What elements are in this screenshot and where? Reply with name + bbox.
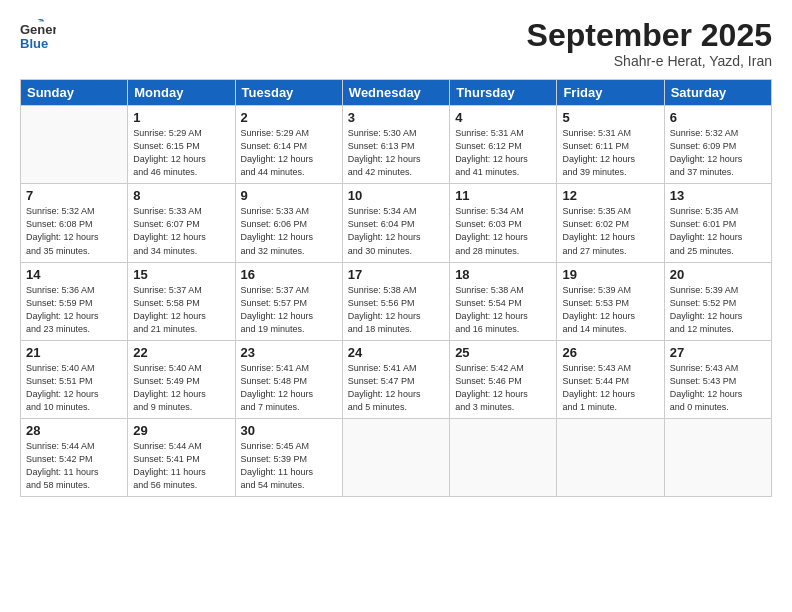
table-row: 12Sunrise: 5:35 AM Sunset: 6:02 PM Dayli… <box>557 184 664 262</box>
table-row: 6Sunrise: 5:32 AM Sunset: 6:09 PM Daylig… <box>664 106 771 184</box>
table-row: 7Sunrise: 5:32 AM Sunset: 6:08 PM Daylig… <box>21 184 128 262</box>
title-area: September 2025 Shahr-e Herat, Yazd, Iran <box>527 18 772 69</box>
day-number: 14 <box>26 267 122 282</box>
table-row: 25Sunrise: 5:42 AM Sunset: 5:46 PM Dayli… <box>450 340 557 418</box>
calendar-table: Sunday Monday Tuesday Wednesday Thursday… <box>20 79 772 497</box>
table-row: 26Sunrise: 5:43 AM Sunset: 5:44 PM Dayli… <box>557 340 664 418</box>
day-number: 12 <box>562 188 658 203</box>
day-info: Sunrise: 5:32 AM Sunset: 6:09 PM Dayligh… <box>670 127 766 179</box>
header-tuesday: Tuesday <box>235 80 342 106</box>
day-number: 4 <box>455 110 551 125</box>
table-row <box>664 418 771 496</box>
day-info: Sunrise: 5:40 AM Sunset: 5:51 PM Dayligh… <box>26 362 122 414</box>
day-number: 29 <box>133 423 229 438</box>
svg-text:Blue: Blue <box>20 36 48 51</box>
day-number: 23 <box>241 345 337 360</box>
day-number: 10 <box>348 188 444 203</box>
day-info: Sunrise: 5:34 AM Sunset: 6:04 PM Dayligh… <box>348 205 444 257</box>
day-info: Sunrise: 5:41 AM Sunset: 5:48 PM Dayligh… <box>241 362 337 414</box>
table-row: 30Sunrise: 5:45 AM Sunset: 5:39 PM Dayli… <box>235 418 342 496</box>
day-info: Sunrise: 5:44 AM Sunset: 5:42 PM Dayligh… <box>26 440 122 492</box>
calendar-week-row: 7Sunrise: 5:32 AM Sunset: 6:08 PM Daylig… <box>21 184 772 262</box>
table-row: 27Sunrise: 5:43 AM Sunset: 5:43 PM Dayli… <box>664 340 771 418</box>
location: Shahr-e Herat, Yazd, Iran <box>527 53 772 69</box>
month-title: September 2025 <box>527 18 772 53</box>
header-friday: Friday <box>557 80 664 106</box>
day-info: Sunrise: 5:45 AM Sunset: 5:39 PM Dayligh… <box>241 440 337 492</box>
day-info: Sunrise: 5:30 AM Sunset: 6:13 PM Dayligh… <box>348 127 444 179</box>
table-row: 24Sunrise: 5:41 AM Sunset: 5:47 PM Dayli… <box>342 340 449 418</box>
day-number: 27 <box>670 345 766 360</box>
day-info: Sunrise: 5:44 AM Sunset: 5:41 PM Dayligh… <box>133 440 229 492</box>
table-row: 3Sunrise: 5:30 AM Sunset: 6:13 PM Daylig… <box>342 106 449 184</box>
day-number: 18 <box>455 267 551 282</box>
day-info: Sunrise: 5:35 AM Sunset: 6:02 PM Dayligh… <box>562 205 658 257</box>
table-row: 2Sunrise: 5:29 AM Sunset: 6:14 PM Daylig… <box>235 106 342 184</box>
day-info: Sunrise: 5:38 AM Sunset: 5:56 PM Dayligh… <box>348 284 444 336</box>
day-info: Sunrise: 5:34 AM Sunset: 6:03 PM Dayligh… <box>455 205 551 257</box>
day-number: 22 <box>133 345 229 360</box>
day-number: 26 <box>562 345 658 360</box>
day-number: 1 <box>133 110 229 125</box>
day-number: 2 <box>241 110 337 125</box>
table-row <box>557 418 664 496</box>
day-number: 28 <box>26 423 122 438</box>
day-info: Sunrise: 5:29 AM Sunset: 6:15 PM Dayligh… <box>133 127 229 179</box>
table-row: 8Sunrise: 5:33 AM Sunset: 6:07 PM Daylig… <box>128 184 235 262</box>
table-row: 19Sunrise: 5:39 AM Sunset: 5:53 PM Dayli… <box>557 262 664 340</box>
table-row: 20Sunrise: 5:39 AM Sunset: 5:52 PM Dayli… <box>664 262 771 340</box>
day-info: Sunrise: 5:31 AM Sunset: 6:11 PM Dayligh… <box>562 127 658 179</box>
day-info: Sunrise: 5:37 AM Sunset: 5:58 PM Dayligh… <box>133 284 229 336</box>
day-number: 19 <box>562 267 658 282</box>
header-sunday: Sunday <box>21 80 128 106</box>
table-row: 18Sunrise: 5:38 AM Sunset: 5:54 PM Dayli… <box>450 262 557 340</box>
table-row: 21Sunrise: 5:40 AM Sunset: 5:51 PM Dayli… <box>21 340 128 418</box>
day-info: Sunrise: 5:39 AM Sunset: 5:53 PM Dayligh… <box>562 284 658 336</box>
day-number: 21 <box>26 345 122 360</box>
day-info: Sunrise: 5:41 AM Sunset: 5:47 PM Dayligh… <box>348 362 444 414</box>
day-number: 11 <box>455 188 551 203</box>
day-info: Sunrise: 5:35 AM Sunset: 6:01 PM Dayligh… <box>670 205 766 257</box>
table-row: 10Sunrise: 5:34 AM Sunset: 6:04 PM Dayli… <box>342 184 449 262</box>
day-number: 5 <box>562 110 658 125</box>
day-info: Sunrise: 5:32 AM Sunset: 6:08 PM Dayligh… <box>26 205 122 257</box>
day-info: Sunrise: 5:29 AM Sunset: 6:14 PM Dayligh… <box>241 127 337 179</box>
table-row: 16Sunrise: 5:37 AM Sunset: 5:57 PM Dayli… <box>235 262 342 340</box>
table-row: 9Sunrise: 5:33 AM Sunset: 6:06 PM Daylig… <box>235 184 342 262</box>
page: General Blue September 2025 Shahr-e Hera… <box>0 0 792 612</box>
day-number: 15 <box>133 267 229 282</box>
table-row: 23Sunrise: 5:41 AM Sunset: 5:48 PM Dayli… <box>235 340 342 418</box>
calendar-header-row: Sunday Monday Tuesday Wednesday Thursday… <box>21 80 772 106</box>
day-info: Sunrise: 5:33 AM Sunset: 6:07 PM Dayligh… <box>133 205 229 257</box>
day-info: Sunrise: 5:39 AM Sunset: 5:52 PM Dayligh… <box>670 284 766 336</box>
table-row <box>21 106 128 184</box>
table-row <box>450 418 557 496</box>
table-row: 13Sunrise: 5:35 AM Sunset: 6:01 PM Dayli… <box>664 184 771 262</box>
day-number: 16 <box>241 267 337 282</box>
day-info: Sunrise: 5:43 AM Sunset: 5:43 PM Dayligh… <box>670 362 766 414</box>
day-number: 24 <box>348 345 444 360</box>
header-saturday: Saturday <box>664 80 771 106</box>
logo: General Blue <box>20 18 56 58</box>
table-row <box>342 418 449 496</box>
day-number: 8 <box>133 188 229 203</box>
day-number: 17 <box>348 267 444 282</box>
table-row: 17Sunrise: 5:38 AM Sunset: 5:56 PM Dayli… <box>342 262 449 340</box>
table-row: 14Sunrise: 5:36 AM Sunset: 5:59 PM Dayli… <box>21 262 128 340</box>
header-wednesday: Wednesday <box>342 80 449 106</box>
day-number: 3 <box>348 110 444 125</box>
table-row: 5Sunrise: 5:31 AM Sunset: 6:11 PM Daylig… <box>557 106 664 184</box>
table-row: 29Sunrise: 5:44 AM Sunset: 5:41 PM Dayli… <box>128 418 235 496</box>
day-number: 13 <box>670 188 766 203</box>
table-row: 15Sunrise: 5:37 AM Sunset: 5:58 PM Dayli… <box>128 262 235 340</box>
svg-text:General: General <box>20 22 56 37</box>
calendar-week-row: 21Sunrise: 5:40 AM Sunset: 5:51 PM Dayli… <box>21 340 772 418</box>
day-number: 7 <box>26 188 122 203</box>
table-row: 1Sunrise: 5:29 AM Sunset: 6:15 PM Daylig… <box>128 106 235 184</box>
calendar-week-row: 1Sunrise: 5:29 AM Sunset: 6:15 PM Daylig… <box>21 106 772 184</box>
table-row: 22Sunrise: 5:40 AM Sunset: 5:49 PM Dayli… <box>128 340 235 418</box>
logo-icon: General Blue <box>20 18 56 58</box>
header-thursday: Thursday <box>450 80 557 106</box>
day-info: Sunrise: 5:40 AM Sunset: 5:49 PM Dayligh… <box>133 362 229 414</box>
day-info: Sunrise: 5:33 AM Sunset: 6:06 PM Dayligh… <box>241 205 337 257</box>
